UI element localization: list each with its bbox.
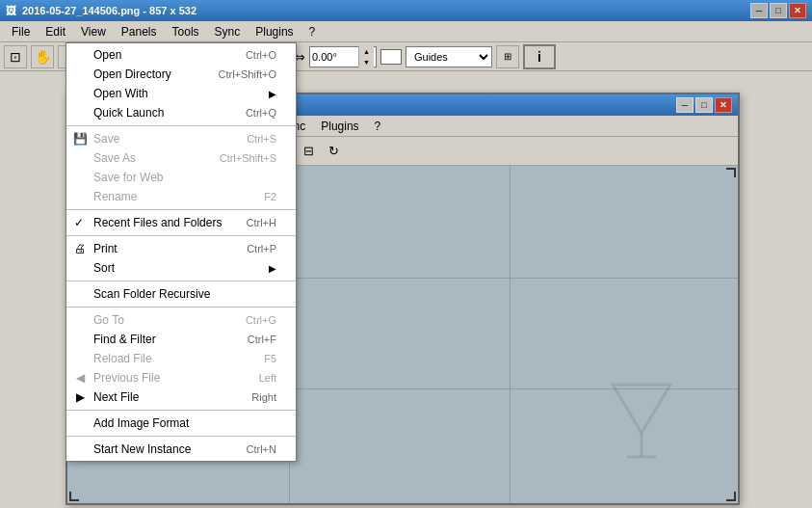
- menu-item-save-for-web[interactable]: Save for Web: [66, 168, 296, 187]
- menu-item-find-filter[interactable]: Find & Filter Ctrl+F: [66, 330, 296, 349]
- menu-item-open[interactable]: Open Ctrl+O: [66, 45, 296, 65]
- outer-menu-tools[interactable]: Tools: [165, 23, 207, 40]
- outer-menu-edit[interactable]: Edit: [38, 23, 73, 40]
- sort-arrow: ▶: [269, 263, 276, 274]
- outer-menu-panels[interactable]: Panels: [114, 23, 165, 40]
- outer-titlebar-controls: ─ □ ✕: [750, 3, 806, 18]
- print-shortcut: Ctrl+P: [247, 243, 276, 254]
- rect-preview: [380, 49, 402, 65]
- start-new-instance-shortcut: Ctrl+N: [247, 443, 276, 455]
- separator-2: [66, 209, 296, 210]
- menu-item-open-directory[interactable]: Open Directory Ctrl+Shift+O: [66, 65, 296, 84]
- corner-tr-marker: [726, 168, 736, 177]
- outer-window-title: 2016-05-27_144506.png - 857 x 532: [22, 5, 196, 16]
- menu-item-save[interactable]: 💾 Save Ctrl+S: [66, 129, 296, 148]
- angle-down-arrow[interactable]: ▼: [359, 57, 374, 67]
- menu-item-sort[interactable]: Sort ▶: [66, 258, 296, 278]
- open-dir-label: Open Directory: [93, 67, 171, 81]
- menu-item-rename[interactable]: Rename F2: [66, 187, 296, 206]
- refresh-icon[interactable]: ↻: [322, 140, 345, 163]
- recent-files-shortcut: Ctrl+H: [247, 217, 276, 228]
- find-filter-label: Find & Filter: [93, 333, 156, 346]
- file-dropdown-menu: Open Ctrl+O Open Directory Ctrl+Shift+O …: [65, 42, 297, 462]
- outer-menu-help[interactable]: ?: [301, 23, 324, 40]
- print-label: Print: [93, 242, 118, 255]
- goto-shortcut: Ctrl+G: [246, 314, 276, 326]
- rename-shortcut: F2: [264, 191, 276, 202]
- menu-item-scan-folder[interactable]: Scan Folder Recursive: [66, 284, 296, 304]
- open-with-arrow: ▶: [269, 89, 276, 99]
- angle-up-arrow[interactable]: ▲: [359, 46, 374, 57]
- svg-marker-0: [613, 385, 670, 433]
- next-file-label: Next File: [93, 390, 139, 404]
- corner-bl-marker: [69, 492, 79, 501]
- separator-6: [66, 410, 296, 411]
- minimize-button[interactable]: ─: [750, 3, 768, 18]
- hand-icon[interactable]: ✋: [31, 45, 54, 68]
- inner-close-button[interactable]: ✕: [715, 97, 732, 113]
- save-label: Save: [93, 132, 119, 146]
- maximize-button[interactable]: □: [770, 3, 787, 18]
- menu-item-recent-files[interactable]: Recent Files and Folders Ctrl+H: [66, 213, 296, 232]
- crop-icon[interactable]: ⊡: [4, 45, 27, 68]
- separator-3: [66, 235, 296, 236]
- separator-1: [66, 125, 296, 126]
- outer-menu-plugins[interactable]: Plugins: [248, 23, 301, 40]
- open-with-label: Open With: [93, 87, 148, 100]
- menu-item-add-image-format[interactable]: Add Image Format: [66, 414, 296, 433]
- inner-menu-help[interactable]: ?: [367, 118, 389, 135]
- outer-titlebar-title: 🖼 2016-05-27_144506.png - 857 x 532: [6, 5, 196, 16]
- reload-label: Reload File: [93, 352, 152, 365]
- prev-file-label: Previous File: [93, 371, 160, 385]
- grid-v-line-2: [510, 166, 511, 503]
- outer-titlebar: 🖼 2016-05-27_144506.png - 857 x 532 ─ □ …: [0, 0, 812, 21]
- inner-maximize-button[interactable]: □: [695, 97, 713, 113]
- separator-5: [66, 307, 296, 307]
- angle-box[interactable]: ▲ ▼: [309, 46, 377, 67]
- open-dir-shortcut: Ctrl+Shift+O: [218, 68, 276, 80]
- save-for-web-label: Save for Web: [93, 171, 163, 184]
- quick-launch-shortcut: Ctrl+Q: [246, 107, 276, 119]
- inner-titlebar-controls: ─ □ ✕: [676, 97, 732, 113]
- menu-item-print[interactable]: 🖨 Print Ctrl+P: [66, 239, 296, 258]
- next-file-icon: ▶: [72, 389, 88, 405]
- menu-item-quick-launch[interactable]: Quick Launch Ctrl+Q: [66, 103, 296, 122]
- prev-file-icon: ◀: [72, 370, 88, 386]
- recent-files-label: Recent Files and Folders: [93, 216, 222, 229]
- angle-input[interactable]: [310, 47, 358, 67]
- menu-item-next-file[interactable]: ▶ Next File Right: [66, 388, 296, 407]
- inner-menu-plugins[interactable]: Plugins: [313, 118, 366, 135]
- menu-item-goto[interactable]: Go To Ctrl+G: [66, 310, 296, 330]
- guides-select[interactable]: Guides Grid None: [406, 46, 492, 67]
- close-button[interactable]: ✕: [789, 3, 806, 18]
- menu-item-prev-file[interactable]: ◀ Previous File Left: [66, 368, 296, 388]
- menu-item-open-with[interactable]: Open With ▶: [66, 84, 296, 103]
- inner-minimize-button[interactable]: ─: [676, 97, 694, 113]
- menu-item-reload[interactable]: Reload File F5: [66, 349, 296, 368]
- menu-item-start-new-instance[interactable]: Start New Instance Ctrl+N: [66, 440, 296, 459]
- outer-menu-view[interactable]: View: [73, 23, 114, 40]
- angle-spin-arrows: ▲ ▼: [358, 46, 374, 67]
- find-filter-shortcut: Ctrl+F: [248, 334, 276, 345]
- separator-4: [66, 281, 296, 281]
- outer-menu-sync[interactable]: Sync: [207, 23, 249, 40]
- goto-label: Go To: [93, 313, 124, 327]
- open-label: Open: [93, 48, 121, 62]
- grid-icon[interactable]: ⊟: [297, 140, 320, 163]
- start-new-instance-label: Start New Instance: [93, 442, 191, 456]
- open-shortcut: Ctrl+O: [246, 49, 276, 61]
- scan-folder-label: Scan Folder Recursive: [93, 287, 210, 301]
- corner-br-marker: [726, 492, 736, 501]
- prev-file-shortcut: Left: [259, 372, 276, 384]
- rename-label: Rename: [93, 190, 137, 203]
- next-file-shortcut: Right: [251, 391, 276, 403]
- outer-menu-file[interactable]: File: [4, 23, 38, 40]
- menu-item-save-as[interactable]: Save As Ctrl+Shift+S: [66, 148, 296, 168]
- export-icon[interactable]: ⊞: [496, 45, 519, 68]
- guides-dropdown[interactable]: Guides Grid None: [406, 47, 491, 67]
- reload-shortcut: F5: [264, 353, 276, 364]
- sort-label: Sort: [93, 261, 115, 275]
- print-icon: 🖨: [72, 241, 88, 256]
- info-button[interactable]: i: [523, 44, 556, 69]
- save-as-label: Save As: [93, 151, 136, 165]
